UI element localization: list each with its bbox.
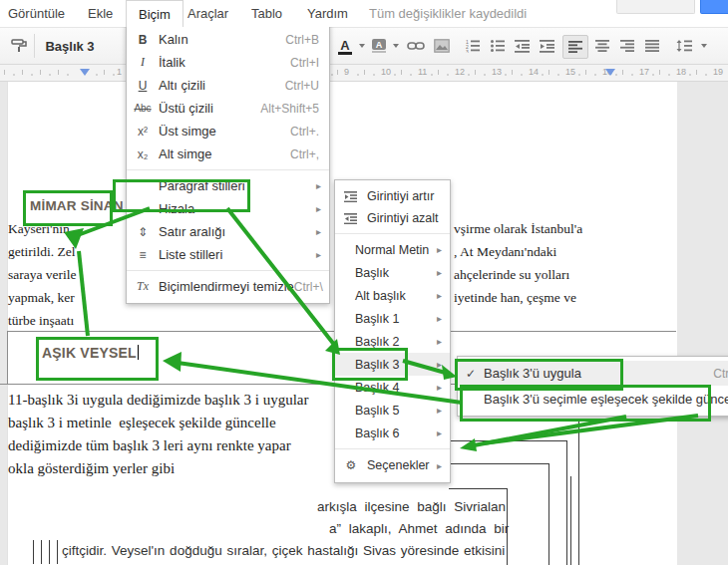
para1-left-line3[interactable]: saraya verile [8,267,77,283]
submenu-arrow-icon: ▸ [437,267,450,278]
submenu-arrow-icon: ▸ [437,382,450,393]
menu-item-baslik3-guncelle[interactable]: Başlık 3'ü seçimle eşleşecek şekilde gün… [458,386,728,412]
menu-item-girintiyi-artir[interactable]: Girintiyi artır [335,185,450,207]
menu-item-bicimlendirmeyi-temizle[interactable]: TxBiçimlendirmeyi temizleCtrl+\ [127,275,329,298]
para1-left-line5[interactable]: türbe inşaatı [8,313,74,329]
italic-icon: I [127,55,159,70]
menu-item-baslik-5[interactable]: Başlık 5▸ [335,399,450,422]
para1-right-line4[interactable]: iyetinde han, çeşme ve [454,290,576,306]
line-spacing-icon[interactable] [672,35,696,57]
submenu-arrow-icon: ▸ [437,313,450,324]
menu-item-secenekler[interactable]: ⚙Seçenekler▸ [335,453,450,477]
text-color-button[interactable]: A [335,35,355,57]
increase-indent-icon[interactable] [537,35,558,57]
submenu-arrow-icon: ▸ [316,226,329,237]
menu-item-baslik3-uygula[interactable]: ✓Başlık 3'ü uygulaCtrl [458,361,728,386]
menu-item-alti-cizili[interactable]: UAltı çiziliCtrl+U [127,74,329,97]
para2-line3[interactable]: dediğimizde tüm başlık 3 leri aynı renkt… [8,437,291,454]
para2-line1[interactable]: 11-başlık 3i uygula dediğimizde başlık 3… [8,392,308,409]
nested-table-border [33,540,34,564]
submenu-arrow-icon: ▸ [437,427,450,438]
submenu-arrow-icon: ▸ [437,405,450,416]
heading-mimar-sinan[interactable]: MİMAR SİNAN [30,198,124,213]
nested-table-border [548,463,549,565]
menu-item-baslik-6[interactable]: Başlık 6▸ [335,422,450,444]
numbered-list-icon[interactable]: 123 [462,35,484,57]
para1-right-line2[interactable]: , At Meydanı'ndaki [454,244,556,260]
heading-asik-veysel[interactable]: AŞIK VEYSEL [42,345,139,361]
para1-right-line1[interactable]: vşirme olarak İstanbul'a [454,221,582,237]
bulleted-list-icon[interactable] [487,35,509,57]
menu-item-baslik-1[interactable]: Başlık 1▸ [335,307,450,330]
align-center-icon[interactable] [590,35,614,57]
menu-item-girintiyi-azalt[interactable]: Girintiyi azalt [335,207,450,229]
insert-image-icon[interactable] [431,35,453,57]
menu-item-baslik-2[interactable]: Başlık 2▸ [335,330,450,353]
submenu-arrow-icon: ▸ [437,359,450,370]
menu-item-alt-baslik[interactable]: Alt başlık▸ [335,284,450,307]
decrease-indent-icon[interactable] [512,35,534,57]
bottom-line1[interactable]: arkışla ilçesine bağlı Sivrialan [317,499,506,514]
submenu-arrow-icon: ▸ [437,290,450,301]
align-left-icon[interactable] [562,35,588,59]
gear-icon: ⚙ [335,458,367,472]
highlight-arrow-icon[interactable] [389,35,399,57]
ruler[interactable]: 1910111213141516171819 [0,63,728,82]
para2-line4[interactable]: okla gösterdiğim yerler gibi [8,460,175,477]
decrease-indent-menu-icon [335,211,367,225]
menu-ekle[interactable]: Ekle [88,0,113,27]
para1-left-line2[interactable]: getirildi. Zel [8,244,75,260]
svg-text:3: 3 [466,49,469,54]
nested-table-border [41,540,42,564]
menu-item-ustu-cizili[interactable]: AbcÜstü çiziliAlt+Shift+5 [127,97,329,120]
menu-item-baslik[interactable]: Başlık▸ [335,261,450,284]
comments-button[interactable] [616,0,695,14]
menu-yardim[interactable]: Yardım [307,0,348,27]
menu-item-italik[interactable]: IİtalikCtrl+I [127,51,329,74]
table-border-left [7,331,8,384]
nested-table-border [49,540,50,564]
save-status: Tüm değişiklikler kaydedildi [369,0,527,27]
bottom-line3[interactable]: çiftçidir. Veysel'ın doğduğu sıralar, çi… [62,543,505,558]
paint-format-icon[interactable] [8,35,30,57]
para2-line2[interactable]: başlık 3 i metinle eşleşecek şekilde gün… [8,415,276,431]
menu-item-satir-araligi[interactable]: ⇕Satır aralığı▸ [127,220,329,243]
share-button[interactable] [700,0,728,14]
list-styles-icon: ≡ [127,248,159,262]
menu-item-baslik-4[interactable]: Başlık 4▸ [335,376,450,399]
nested-table-border [57,540,58,564]
text-color-arrow-icon[interactable] [355,35,365,57]
para1-left-line4[interactable]: yapmak, ker [8,290,75,306]
menu-separator [127,270,329,271]
menu-item-liste-stilleri[interactable]: ≡Liste stilleri▸ [127,243,329,266]
menu-item-ust-simge[interactable]: x²Üst simgeCtrl+. [127,120,329,142]
indent-marker-left[interactable] [80,69,90,76]
line-spacing-arrow-icon[interactable] [697,35,707,57]
menu-tablo[interactable]: Tablo [251,0,282,27]
menu-araclar[interactable]: Araçlar [187,0,228,27]
align-justify-icon[interactable] [640,35,664,57]
menu-item-kalin[interactable]: BKalınCtrl+B [127,28,329,51]
para1-right-line3[interactable]: ahçelerinde su yolları [454,267,569,283]
insert-link-icon[interactable] [405,35,427,57]
menu-bicim[interactable]: Biçim [126,0,183,27]
submenu-arrow-icon: ▸ [437,244,450,255]
highlight-color-button[interactable]: A [369,35,389,57]
indent-marker-right[interactable] [605,69,615,76]
menu-separator [335,233,450,234]
align-right-icon[interactable] [615,35,639,57]
text-cursor [138,345,139,360]
menu-item-alt-simge[interactable]: x₂Alt simgeCtrl+, [127,142,329,165]
nested-table-border [566,440,567,565]
menu-goruntule[interactable]: Görüntüle [8,0,65,27]
bottom-line2[interactable]: a” lakaplı, Ahmet adında bir [329,521,509,536]
paragraph-style-selector[interactable]: Başlık 3 [42,35,98,57]
paragraph-styles-menu: Girintiyi artır Girintiyi azalt Normal M… [334,179,451,483]
menu-item-paragraf-stilleri[interactable]: Paragraf stilleri▸ [127,174,329,197]
para1-left-line1[interactable]: Kayseri'nin [8,221,70,237]
menu-item-baslik-3[interactable]: Başlık 3▸ [335,353,450,376]
menu-item-normal-metin[interactable]: Normal Metin▸ [335,238,450,261]
menu-item-hizala[interactable]: Hizala▸ [127,197,329,220]
submenu-arrow-icon: ▸ [437,336,450,347]
menu-separator [127,169,329,170]
